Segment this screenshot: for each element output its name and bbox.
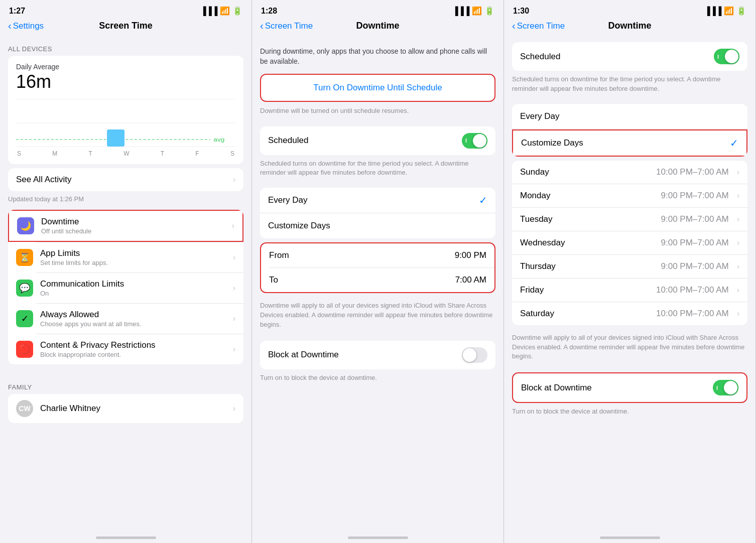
back-label-2: Screen Time [265, 21, 313, 31]
status-bar-2: 1:28 ▐▐▐ 📶 🔋 [252, 0, 503, 18]
downtime-icon: 🌙 [17, 217, 34, 234]
friday-label: Friday [520, 285, 656, 295]
scheduled-info: Scheduled turns on downtime for the time… [252, 159, 503, 184]
block-at-toggle[interactable]: I [462, 347, 487, 363]
family-section-label: FAMILY [0, 374, 251, 394]
content-privacy-item[interactable]: 🚫 Content & Privacy Restrictions Block i… [8, 334, 243, 364]
chevron-icon: › [233, 175, 235, 184]
comm-limits-item[interactable]: 💬 Communication Limits On › [8, 273, 243, 303]
status-time-3: 1:30 [513, 7, 529, 16]
block-at-toggle-3[interactable]: I [713, 380, 738, 395]
status-bar-3: 1:30 ▐▐▐ 📶 🔋 [504, 0, 755, 18]
monday-label: Monday [520, 191, 661, 201]
cloud-sync-text: Downtime will apply to all of your devic… [252, 297, 503, 337]
comm-limits-subtitle: On [40, 290, 229, 297]
home-indicator-3 [504, 529, 755, 543]
battery-icon-2: 🔋 [484, 6, 494, 16]
to-row[interactable]: To 7:00 AM [261, 268, 494, 292]
every-day-row-3[interactable]: Every Day [512, 104, 747, 129]
cloud-sync-text-3: Downtime will apply to all of your devic… [504, 329, 755, 369]
tuesday-chevron: › [737, 215, 739, 224]
page-title-3: Downtime [608, 21, 651, 31]
saturday-label: Saturday [520, 309, 656, 319]
back-arrow-icon-2: ‹ [260, 20, 264, 32]
turn-on-downtime-btn[interactable]: Turn On Downtime Until Schedule [260, 74, 495, 102]
back-label-1: Settings [13, 21, 44, 31]
days-group: Sunday 10:00 PM–7:00 AM › Monday 9:00 PM… [512, 161, 747, 325]
see-all-activity[interactable]: See All Activity › [8, 168, 243, 191]
scheduled-toggle-3[interactable]: I [714, 49, 739, 64]
sunday-label: Sunday [520, 167, 656, 177]
always-allowed-subtitle: Choose apps you want at all times. [40, 320, 229, 328]
customize-days-row[interactable]: Customize Days [260, 213, 495, 238]
app-limits-item[interactable]: ⏳ App Limits Set time limits for apps. › [8, 242, 243, 273]
customize-days-row-3[interactable]: Customize Days ✓ [512, 129, 747, 157]
see-all-label: See All Activity [16, 175, 72, 185]
saturday-chevron: › [737, 309, 739, 318]
sunday-time: 10:00 PM–7:00 AM [656, 167, 729, 177]
from-to-group: From 9:00 PM To 7:00 AM [260, 242, 495, 293]
every-day-label: Every Day [268, 195, 479, 205]
scheduled-toggle[interactable]: I [462, 133, 487, 149]
monday-row[interactable]: Monday 9:00 PM–7:00 AM › [512, 184, 747, 207]
app-limits-title: App Limits [40, 248, 229, 258]
tuesday-time: 9:00 PM–7:00 AM [661, 214, 729, 224]
every-day-label-3: Every Day [520, 111, 739, 121]
customize-days-label-3: Customize Days [521, 138, 730, 148]
turn-on-label: Turn On Downtime Until Schedule [313, 83, 442, 93]
page-title-2: Downtime [356, 21, 399, 31]
battery-icon-3: 🔋 [736, 6, 746, 16]
daily-avg-label: Daily Average [16, 63, 235, 71]
downtime-item[interactable]: 🌙 Downtime Off until schedule › [8, 210, 243, 242]
downtime-text: Downtime Off until schedule [41, 217, 228, 235]
back-to-screen-time-3[interactable]: ‹ Screen Time [512, 20, 565, 32]
always-allowed-item[interactable]: ✓ Always Allowed Choose apps you want at… [8, 304, 243, 334]
scheduled-row: Scheduled I [260, 126, 495, 155]
friday-chevron: › [737, 286, 739, 295]
friday-row[interactable]: Friday 10:00 PM–7:00 AM › [512, 279, 747, 302]
downtime-chevron: › [232, 221, 234, 230]
scheduled-label: Scheduled [268, 135, 462, 146]
back-to-screen-time[interactable]: ‹ Screen Time [260, 20, 313, 32]
every-day-row[interactable]: Every Day ✓ [260, 188, 495, 213]
status-time-2: 1:28 [261, 7, 277, 16]
customize-days-label: Customize Days [268, 221, 487, 231]
scheduled-group: Scheduled I [260, 126, 495, 155]
block-at-label: Block at Downtime [268, 350, 462, 360]
family-group: CW Charlie Whitney › [8, 394, 243, 423]
home-bar-3 [600, 536, 660, 539]
monday-chevron: › [737, 191, 739, 200]
content-privacy-subtitle: Block inappropriate content. [40, 351, 229, 358]
family-member-name: Charlie Whitney [40, 403, 229, 414]
content-privacy-title: Content & Privacy Restrictions [40, 340, 229, 350]
thursday-chevron: › [737, 262, 739, 271]
tuesday-row[interactable]: Tuesday 9:00 PM–7:00 AM › [512, 208, 747, 231]
sunday-row[interactable]: Sunday 10:00 PM–7:00 AM › [512, 161, 747, 184]
downtime-info-text: During downtime, only apps that you choo… [252, 36, 503, 74]
wednesday-label: Wednesday [520, 238, 661, 248]
thursday-time: 9:00 PM–7:00 AM [661, 261, 729, 272]
wifi-icon: 📶 [220, 6, 230, 16]
back-arrow-icon-3: ‹ [512, 20, 516, 32]
tuesday-label: Tuesday [520, 214, 661, 224]
status-time-1: 1:27 [9, 7, 25, 16]
from-label: From [269, 250, 294, 260]
svg-rect-7 [107, 129, 124, 147]
family-member-item[interactable]: CW Charlie Whitney › [8, 394, 243, 423]
thursday-label: Thursday [520, 261, 661, 272]
day-selection-group: Every Day ✓ Customize Days [260, 188, 495, 238]
back-to-settings[interactable]: ‹ Settings [8, 20, 44, 32]
menu-group: 🌙 Downtime Off until schedule › ⏳ App Li… [8, 210, 243, 364]
usage-chart: 2h 1h avg [16, 97, 235, 147]
block-at-info-3: Turn on to block the device at downtime. [504, 407, 755, 423]
panel-screen-time: 1:27 ▐▐▐ 📶 🔋 ‹ Settings Screen Time ALL … [0, 0, 252, 543]
thursday-row[interactable]: Thursday 9:00 PM–7:00 AM › [512, 255, 747, 278]
saturday-row[interactable]: Saturday 10:00 PM–7:00 AM › [512, 302, 747, 325]
content-privacy-icon: 🚫 [16, 341, 33, 358]
battery-icon: 🔋 [232, 6, 242, 16]
from-row[interactable]: From 9:00 PM [261, 243, 494, 267]
nav-bar-1: ‹ Settings Screen Time [0, 18, 251, 36]
wednesday-row[interactable]: Wednesday 9:00 PM–7:00 AM › [512, 231, 747, 254]
always-allowed-text: Always Allowed Choose apps you want at a… [40, 310, 229, 328]
wifi-icon-3: 📶 [724, 6, 734, 16]
